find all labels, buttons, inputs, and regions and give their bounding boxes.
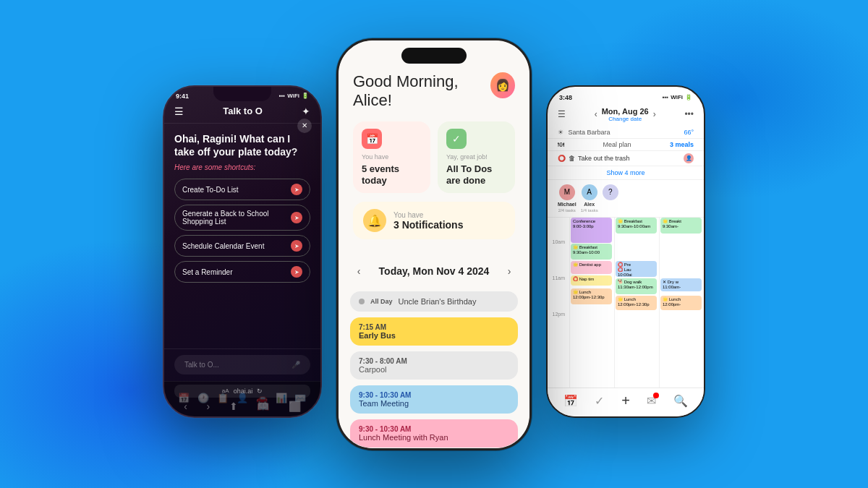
tab-search[interactable]: 🔍 [673,394,688,408]
browser-nav: ‹ › ⬆ 📖 ⬜ [174,401,310,412]
meal-label: Meal plan [603,141,631,148]
shortcut-1[interactable]: Create To-Do List ➤ [174,179,310,200]
event-allday[interactable]: All Day Uncle Brian's Birthday [350,291,518,312]
wifi-icon: WiFi [287,93,299,99]
mail-badge [653,393,659,398]
cal-event-breakfast-1[interactable]: 🌟 Breakfast9:30am-10:00 [571,244,612,260]
event-allday-time: All Day [370,298,393,305]
tab-check[interactable]: ✓ [595,394,604,408]
shortcut-2[interactable]: Generate a Back to School Shopping List … [174,205,310,231]
allday-dot [359,299,365,304]
event-early-bus[interactable]: 7:15 AM Early Bus [350,317,518,346]
event-team-name: Team Meeting [359,399,509,408]
tabs-icon[interactable]: ⬜ [289,401,301,412]
user-avatar: 👩 [490,72,515,98]
cal-event-conference[interactable]: Conference9:00-3:00p [571,218,612,243]
mic-icon[interactable]: 🎤 [292,361,300,369]
event-team-time: 9:30 - 10:30 AM [359,391,509,399]
tab-add[interactable]: + [621,393,630,409]
phone-2-notch [401,48,467,64]
p3-change-date[interactable]: Change date [602,116,649,122]
todos-label-sm: Yay, great job! [446,153,488,160]
cal-event-nap[interactable]: ⭕ Nap tim [571,275,612,286]
bookmarks-icon[interactable]: 📖 [257,401,269,412]
cal-event-dentist[interactable]: 🌟 Dentist app [571,261,612,274]
greeting-text: Good Morning, Alice! [353,72,490,111]
shortcut-4[interactable]: Set a Reminder ➤ [174,261,310,283]
next-arrow[interactable]: › [501,262,518,280]
time-10am: 10am [548,239,568,275]
shortcut-2-label: Generate a Back to School Shopping List [182,210,286,226]
cal-event-lunch-2[interactable]: 🌟 Lunch12:00pm-12:30p [616,296,657,310]
shortcut-3[interactable]: Schedule Calendar Event ➤ [174,235,310,257]
cal-event-lunch-1[interactable]: 🌟 Lunch12:00pm-12:30p [571,288,612,304]
cal-event-lunch-3[interactable]: 🌟 Lunch12:00pm- [660,296,702,310]
alex-tasks: 1/4 tasks [581,208,598,213]
city-name: Santa Barbara [569,129,610,136]
time-11am: 11am [548,275,568,312]
share-icon[interactable]: ⬆ [229,401,238,412]
phone-2-header: Good Morning, Alice! 👩 📅 You have 5 even… [339,40,529,257]
cal-event-dog-walk-1[interactable]: 🐕 Dog walk11:30am-12:00pm [616,278,657,294]
cal-event-pre[interactable]: ⭕ Pre⭕ Lau10:00ai [616,261,657,277]
event-carpool-time: 7:30 - 8:00 AM [359,357,509,365]
p3-battery: 🔋 [685,94,692,100]
p3-next[interactable]: › [653,109,656,119]
date-nav: ‹ Mon, Aug 26 Change date › [595,107,656,122]
p3-prev[interactable]: ‹ [595,109,597,119]
back-button[interactable]: ‹ [184,401,187,412]
chat-input[interactable]: Talk to O... 🎤 [174,355,310,374]
url-display: ohai.ai [234,388,253,395]
cal-event-dry-walk[interactable]: ✕ Dry w11:00am- [660,278,702,291]
close-button[interactable]: ✕ [297,119,312,133]
person-alex[interactable]: A Alex 1/4 tasks [581,184,598,213]
person-unknown[interactable]: ? [603,184,618,213]
p3-menu-icon[interactable]: ☰ [558,109,566,119]
arrow-icon-2: ➤ [291,212,302,223]
notifications-card[interactable]: 🔔 You have 3 Notifications [353,202,515,239]
phone-3-header: ☰ ‹ Mon, Aug 26 Change date › ••• [548,104,704,127]
task-avatar: 👤 [684,153,694,163]
prev-arrow[interactable]: ‹ [350,262,367,280]
event-lunch-meeting[interactable]: 9:30 - 10:30 AM Lunch Meeting with Ryan [350,419,518,448]
cal-event-breakfast-2[interactable]: 🌟 Breakfast9:30am-10:00am [616,218,657,234]
grid-col-1: Conference9:00-3:00p 🌟 Breakfast9:30am-1… [569,218,613,388]
event-lunch-time: 9:30 - 10:30 AM [359,425,509,433]
phones-container: 9:41 ▪▪▪ WiFi 🔋 ☰ Talk to O ✦ ✕ Ohai, Ra… [0,0,868,488]
calendar-nav: ‹ Today, Mon Nov 4 2024 › [350,257,518,286]
add-icon[interactable]: ✦ [302,106,310,117]
events-label-sm: You have [362,153,388,160]
event-team-meeting[interactable]: 9:30 - 10:30 AM Team Meeting [350,385,518,414]
tab-calendar[interactable]: 📅 [563,394,578,408]
michael-avatar: M [559,184,575,200]
event-carpool[interactable]: 7:30 - 8:00 AM Carpool [350,351,518,380]
event-carpool-name: Carpool [359,365,509,374]
browser-bar[interactable]: aA ohai.ai ↻ [174,385,310,398]
events-label-lg: 5 events today [362,163,422,186]
p3-more-icon[interactable]: ••• [684,109,694,119]
forward-button[interactable]: › [206,401,210,412]
unknown-avatar: ? [603,184,618,200]
ai-message: Ohai, Ragini! What can I take off your p… [174,132,310,160]
events-card[interactable]: 📅 You have 5 events today [353,121,430,193]
tab-mail[interactable]: ✉ [647,394,656,408]
refresh-icon[interactable]: ↻ [257,388,263,395]
notif-label-sm: You have [393,211,463,219]
menu-icon[interactable]: ☰ [174,106,184,117]
todos-card-icon: ✓ [446,129,467,149]
person-michael[interactable]: M Michael 2/4 tasks [558,184,576,213]
michael-name: Michael [558,202,576,207]
header-title: Talk to O [223,106,263,116]
grid-columns: Conference9:00-3:00p 🌟 Breakfast9:30am-1… [568,218,704,388]
meal-icon: 🍽 [558,141,564,148]
text-size-icon: aA [222,388,229,394]
cal-event-breakfast-3[interactable]: 🌟 Breakt9:30am- [660,218,702,234]
grid-col-2: 🌟 Breakfast9:30am-10:00am ⭕ Pre⭕ Lau10:0… [614,218,658,388]
phone-3-status: 3:48 ▪▪▪ WiFi 🔋 [548,87,704,104]
show-more[interactable]: Show 4 more [548,166,704,180]
temperature: 66° [684,129,694,136]
task-icon: 🗑 [569,155,575,162]
event-lunch-name: Lunch Meeting with Ryan [359,433,509,442]
todos-card[interactable]: ✓ Yay, great job! All To Dos are done [438,121,515,193]
summary-cards: 📅 You have 5 events today ✓ Yay, great j… [353,121,515,193]
